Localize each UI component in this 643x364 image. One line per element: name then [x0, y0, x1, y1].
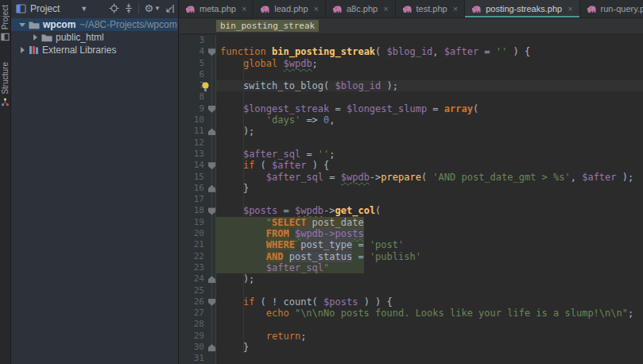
tab-close-icon[interactable]: ×	[453, 4, 458, 14]
tab-lead.php[interactable]: lead.php×	[254, 0, 326, 17]
code-line[interactable]: 10 'days' => 0,	[179, 114, 643, 126]
code-line[interactable]: 20 FROM $wpdb->posts	[179, 228, 643, 239]
gutter[interactable]: 10	[179, 114, 216, 126]
settings-icon[interactable]: ⚙▼	[144, 3, 161, 14]
code-line[interactable]: 16 }	[179, 183, 643, 194]
fold-collapse-icon[interactable]	[208, 106, 215, 113]
gutter[interactable]: 17	[179, 194, 216, 205]
line-number: 17	[179, 194, 204, 205]
gutter[interactable]: 23	[179, 262, 216, 273]
gutter[interactable]: 26	[179, 296, 216, 308]
project-panel-toolbar: Project ▼ ⚙▼	[11, 0, 178, 17]
code-line[interactable]: 29 return;	[179, 331, 643, 342]
tab-meta.php[interactable]: meta.php×	[179, 0, 254, 17]
fold-guide-line	[211, 91, 212, 103]
stripe-item-project[interactable]: Project	[1, 5, 10, 41]
tab-close-icon[interactable]: ×	[567, 4, 572, 14]
fold-end-icon[interactable]	[208, 276, 215, 283]
code-line[interactable]: 6	[179, 69, 643, 80]
code-line[interactable]: 9 $longest_streak = $longest_slump = arr…	[179, 103, 643, 114]
tab-a8c.php[interactable]: a8c.php×	[326, 0, 396, 17]
locate-icon[interactable]	[109, 3, 119, 14]
gutter[interactable]: 11	[179, 126, 216, 137]
code-text	[220, 91, 643, 103]
code-line[interactable]: 7 switch_to_blog( $blog_id );	[179, 80, 643, 91]
fold-collapse-icon[interactable]	[208, 299, 215, 306]
tab-close-icon[interactable]: ×	[314, 4, 319, 14]
stripe-item-structure[interactable]: Structure	[1, 62, 10, 106]
gutter[interactable]: 19	[179, 217, 216, 228]
code-line[interactable]: 31	[179, 353, 643, 364]
code-line[interactable]: 23 $after_sql"	[179, 262, 643, 273]
tab-close-icon[interactable]: ×	[383, 4, 388, 14]
code-line[interactable]: 25	[179, 285, 643, 296]
gutter[interactable]: 30	[179, 342, 216, 353]
breadcrumb-function-chip[interactable]: bin_posting_streak	[216, 20, 319, 32]
code-line[interactable]: 18 $posts = $wpdb->get_col(	[179, 205, 643, 216]
tree-row-public-html[interactable]: public_html	[11, 31, 178, 44]
panel-dropdown-icon[interactable]: ▼	[80, 5, 87, 13]
intention-bulb-icon[interactable]	[201, 82, 210, 92]
tree-item-name: public_html	[56, 32, 104, 43]
gutter[interactable]: 21	[179, 239, 216, 250]
code-line[interactable]: 17	[179, 194, 643, 205]
gutter[interactable]: 13	[179, 149, 216, 160]
chevron-right-icon[interactable]	[18, 46, 26, 54]
fold-collapse-icon[interactable]	[208, 48, 215, 56]
code-line[interactable]: 3	[179, 35, 643, 46]
code-line[interactable]: 26 if ( ! count( $posts ) ) {	[179, 296, 643, 308]
code-line[interactable]: 24 );	[179, 273, 643, 285]
code-line[interactable]: 30 }	[179, 342, 643, 353]
code-line[interactable]: 21 WHERE post_type = 'post'	[179, 239, 643, 250]
gutter[interactable]: 18	[179, 205, 216, 216]
tab-posting-streaks.php[interactable]: posting-streaks.php×	[465, 0, 579, 17]
code-line[interactable]: 4function bin_posting_streak( $blog_id, …	[179, 46, 643, 57]
tree-row-external-libraries[interactable]: External Libraries	[11, 44, 178, 56]
gutter[interactable]: 20	[179, 228, 216, 239]
gutter[interactable]: 9	[179, 103, 216, 114]
code-line[interactable]: 15 $after_sql = $wpdb->prepare( 'AND pos…	[179, 172, 643, 183]
gutter[interactable]: 12	[179, 137, 216, 149]
gutter[interactable]: 7	[179, 80, 216, 91]
gutter[interactable]: 29	[179, 331, 216, 342]
gutter[interactable]: 6	[179, 69, 216, 80]
code-line[interactable]: 27 echo "\n\nNo posts found. Looks like …	[179, 308, 643, 319]
code-line[interactable]: 13 $after_sql = '';	[179, 149, 643, 160]
code-line[interactable]: 28	[179, 319, 643, 330]
gutter[interactable]: 5	[179, 58, 216, 69]
gutter[interactable]: 4	[179, 46, 216, 57]
gutter[interactable]: 15	[179, 172, 216, 183]
gutter[interactable]: 31	[179, 353, 216, 364]
fold-end-icon[interactable]	[208, 128, 215, 135]
fold-collapse-icon[interactable]	[208, 162, 215, 169]
tab-label: lead.php	[274, 4, 308, 14]
code-line[interactable]: 22 AND post_status = 'publish'	[179, 251, 643, 262]
fold-end-icon[interactable]	[208, 185, 215, 192]
gutter[interactable]: 16	[179, 183, 216, 194]
code-area[interactable]: 34function bin_posting_streak( $blog_id,…	[179, 34, 643, 364]
code-line[interactable]: 14 if ( $after ) {	[179, 160, 643, 171]
tab-run-query.php[interactable]: run-query.php×	[580, 0, 643, 17]
fold-end-icon[interactable]	[208, 344, 215, 351]
collapse-all-icon[interactable]	[124, 3, 134, 14]
gutter[interactable]: 24	[179, 273, 216, 285]
gutter[interactable]: 8	[179, 91, 216, 103]
tab-test.php[interactable]: test.php×	[396, 0, 466, 17]
code-line[interactable]: 12	[179, 137, 643, 149]
tab-close-icon[interactable]: ×	[242, 4, 246, 14]
chevron-down-icon[interactable]	[18, 21, 26, 29]
code-line[interactable]: 5 global $wpdb;	[179, 58, 643, 69]
code-line[interactable]: 11 );	[179, 126, 643, 137]
gutter[interactable]: 3	[179, 35, 216, 46]
gutter[interactable]: 14	[179, 160, 216, 171]
gutter[interactable]: 25	[179, 285, 216, 296]
code-line[interactable]: 19 "SELECT post_date	[179, 217, 643, 228]
fold-collapse-icon[interactable]	[208, 207, 215, 215]
chevron-right-icon[interactable]	[31, 33, 39, 41]
hide-panel-icon[interactable]	[165, 4, 175, 14]
gutter[interactable]: 27	[179, 308, 216, 319]
tree-row-wpcom[interactable]: wpcom ~/A8C-Projects/wpcom	[11, 18, 178, 31]
gutter[interactable]: 22	[179, 251, 216, 262]
gutter[interactable]: 28	[179, 319, 216, 330]
code-line[interactable]: 8	[179, 91, 643, 103]
